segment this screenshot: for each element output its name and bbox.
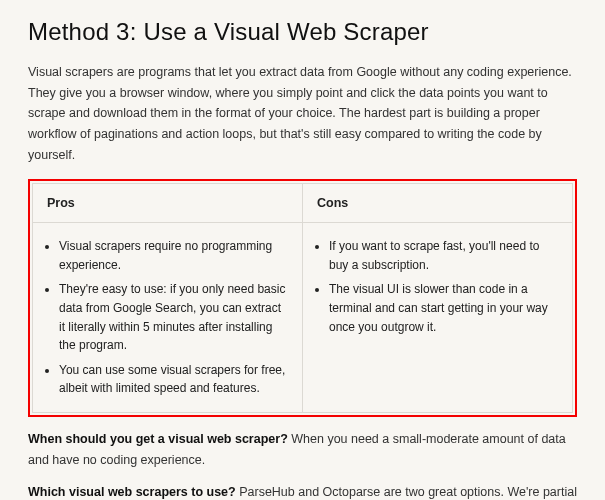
section-heading: Method 3: Use a Visual Web Scraper (28, 18, 577, 46)
cons-list: If you want to scrape fast, you'll need … (315, 237, 556, 336)
list-item: Visual scrapers require no programming e… (59, 237, 286, 274)
pros-cons-highlight-box: Pros Cons Visual scrapers require no pro… (28, 179, 577, 417)
list-item: If you want to scrape fast, you'll need … (329, 237, 556, 274)
list-item: The visual UI is slower than code in a t… (329, 280, 556, 336)
cons-header: Cons (303, 184, 573, 223)
pros-list: Visual scrapers require no programming e… (45, 237, 286, 398)
when-lead: When should you get a visual web scraper… (28, 432, 288, 446)
pros-cons-table: Pros Cons Visual scrapers require no pro… (32, 183, 573, 413)
intro-paragraph: Visual scrapers are programs that let yo… (28, 62, 577, 165)
which-lead: Which visual web scrapers to use? (28, 485, 236, 499)
list-item: They're easy to use: if you only need ba… (59, 280, 286, 354)
which-paragraph: Which visual web scrapers to use? ParseH… (28, 482, 577, 500)
pros-cell: Visual scrapers require no programming e… (33, 223, 303, 413)
when-paragraph: When should you get a visual web scraper… (28, 429, 577, 470)
list-item: You can use some visual scrapers for fre… (59, 361, 286, 398)
cons-cell: If you want to scrape fast, you'll need … (303, 223, 573, 413)
pros-header: Pros (33, 184, 303, 223)
